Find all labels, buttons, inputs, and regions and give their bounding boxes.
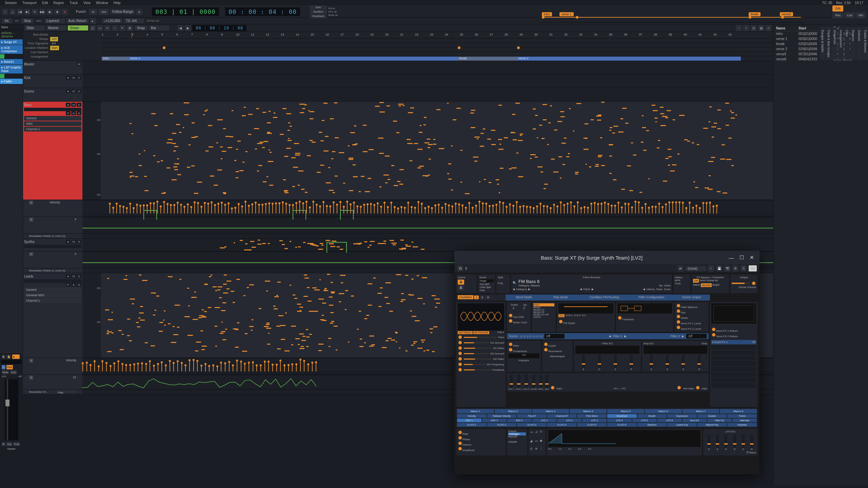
track-head-master[interactable]: Master M <box>23 61 82 74</box>
filtereg-display[interactable] <box>575 346 639 354</box>
plugin-titlebar[interactable]: Bass: Surge XT (by Surge Synth Team) [LV… <box>454 251 760 264</box>
osc-param-knob[interactable] <box>458 363 462 366</box>
mixer-grp[interactable]: Grp <box>6 442 12 446</box>
timesig-marker[interactable]: 4/4 <box>50 41 57 46</box>
insert-fx-type[interactable]: Off <box>752 341 755 344</box>
synths-region[interactable] <box>82 239 773 251</box>
mod-source[interactable]: Expression <box>667 414 697 418</box>
leads-generic[interactable]: Generic <box>24 287 81 292</box>
mod-source[interactable]: Macro 3 <box>532 409 569 413</box>
mode-chsplit[interactable]: Chan Split <box>479 286 494 289</box>
ampeg-display[interactable] <box>644 346 708 354</box>
tab-playmode[interactable]: Play Mode <box>542 294 579 301</box>
eg-slider[interactable] <box>614 354 617 368</box>
lfo-amp-knob[interactable] <box>458 447 462 450</box>
audition-button[interactable]: Audition <box>310 10 327 14</box>
loc-marker-1[interactable] <box>163 46 165 49</box>
menu-help[interactable]: Help <box>111 0 123 5</box>
fm-2x1-3[interactable]: 2×1<3 <box>574 314 581 317</box>
mod-source[interactable]: Channel AT <box>547 414 577 418</box>
mixer-pan[interactable] <box>1 360 22 364</box>
mod-source[interactable]: LFO 3 <box>582 419 607 422</box>
mod-source[interactable]: S-LFO 4 <box>547 423 577 427</box>
tool-draw[interactable]: ✎ <box>119 25 125 31</box>
fm-3x2x1[interactable]: 3×2×1 <box>566 314 573 317</box>
mod-source[interactable]: LFO 2 <box>557 419 581 422</box>
menu-edit[interactable]: Edit <box>39 0 51 5</box>
bass-velocity-lane[interactable] <box>82 200 773 214</box>
drums-rec[interactable]: ● <box>66 89 71 93</box>
fm-2-1[interactable]: 2<1 <box>582 314 586 317</box>
rec-mode-select[interactable]: Layered <box>45 18 65 23</box>
filterbal-knob[interactable] <box>677 304 680 307</box>
tool-content[interactable]: ⊞ <box>127 25 133 31</box>
view-rec-button[interactable]: Rec <box>832 12 843 18</box>
char-bright[interactable]: Bright <box>712 283 719 287</box>
mod-source[interactable]: Release Velocity <box>487 414 517 418</box>
fm-2x1[interactable]: 2×1 <box>558 314 565 317</box>
arr-verse1[interactable]: verse 1 <box>129 57 458 61</box>
follow-toggle[interactable]: ▸ <box>136 9 142 15</box>
search-icon[interactable]: 🔍 <box>513 281 516 285</box>
patch-name[interactable]: FM Bass 6 <box>518 279 671 284</box>
minimize-icon[interactable]: — <box>728 254 735 261</box>
tool-object[interactable]: ◫ <box>90 25 96 31</box>
snap-mode[interactable]: Snap <box>134 25 147 30</box>
f1-cutoff-knob[interactable] <box>544 343 548 346</box>
track-head-bass[interactable]: Bass ●MS PAG Generic MIDI Channel 1 <box>23 102 82 200</box>
tool-stretch[interactable]: ↔ <box>112 25 118 31</box>
eg-slider[interactable] <box>698 354 701 368</box>
follow-range-select[interactable]: Follow Range <box>110 9 135 14</box>
lfo-unipolar[interactable]: Unipolar <box>508 441 526 443</box>
char-neutral[interactable]: Neutral <box>701 283 712 287</box>
mix-slider[interactable] <box>517 374 520 388</box>
scene-b-button[interactable]: B <box>458 285 464 290</box>
tempo-display[interactable]: ♩=120.000 <box>102 18 122 23</box>
amp-gain-knob[interactable] <box>696 386 699 389</box>
leads-mute[interactable]: M <box>71 274 76 278</box>
dimall-button[interactable]: Dim all <box>328 10 338 13</box>
view-edit-button[interactable]: Edit <box>832 5 843 12</box>
grid-unit-select[interactable]: Bar <box>149 25 169 30</box>
mix-slider[interactable] <box>546 374 548 388</box>
mod-source[interactable]: S-LFO 2 <box>487 423 517 427</box>
right-tab[interactable]: Clips <box>844 27 850 60</box>
mixer-lock[interactable]: 🔒 <box>6 354 11 359</box>
eg-slider[interactable] <box>733 434 736 448</box>
eg-slider[interactable] <box>708 434 710 448</box>
record-button[interactable]: ● <box>62 9 68 15</box>
col-name[interactable]: Name <box>775 26 797 31</box>
bars-ruler[interactable]: 1234567891011121314151617181920212223242… <box>102 32 773 39</box>
tempo-marker[interactable]: 120 <box>50 37 58 41</box>
menu-window[interactable]: Window <box>93 0 111 5</box>
mod-source[interactable]: Highest Key <box>697 423 727 427</box>
mixer-solo[interactable]: Solo <box>10 370 17 374</box>
osc1-tab[interactable]: 1 <box>474 296 479 299</box>
scene-a-button[interactable]: A <box>458 280 464 285</box>
close-lane-icon[interactable]: × <box>29 359 33 363</box>
play-button[interactable]: ▶ <box>47 9 53 15</box>
eg-slider[interactable] <box>582 354 585 368</box>
goto-end-button[interactable]: ▶| <box>24 9 31 15</box>
synths-fader-mini[interactable] <box>24 245 81 248</box>
kick-solo[interactable]: S <box>77 76 81 80</box>
tab-filtercfg[interactable]: Filter Configuration <box>630 294 673 301</box>
mod-source[interactable]: Velocity <box>457 414 487 418</box>
solo-button[interactable]: Solo <box>310 5 327 9</box>
leads-gmidi[interactable]: General MIDI <box>24 293 81 298</box>
track-head-synths[interactable]: Synths ●MS <box>23 239 82 251</box>
osc-param-knob[interactable] <box>458 346 462 350</box>
right-tab[interactable]: Ranges & Marks <box>820 27 825 60</box>
mod-source[interactable]: Breath <box>637 414 667 418</box>
scene-pitch-knob[interactable] <box>509 343 512 346</box>
leads-fader-mini[interactable] <box>24 279 81 283</box>
fx-all[interactable]: All <box>715 279 718 283</box>
lfo-keytrig[interactable]: Keytrigger <box>508 432 526 435</box>
mixer-output[interactable]: Master <box>1 447 22 450</box>
midi-panic-button[interactable]: ! <box>2 9 8 15</box>
filter-config-diagram[interactable] <box>617 303 672 313</box>
bass-piano-keys[interactable]: C5 C4 C3 <box>82 102 101 200</box>
mod-source[interactable]: Sustain <box>697 414 727 418</box>
mixer-mute[interactable]: Mute <box>2 370 9 374</box>
close-lane-icon[interactable]: × <box>29 201 33 205</box>
